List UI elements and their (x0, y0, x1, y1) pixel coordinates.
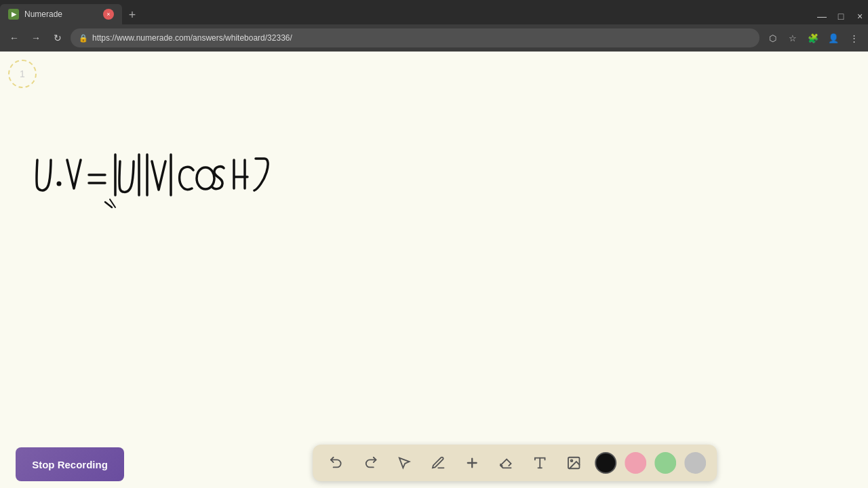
profile-icon[interactable]: 👤 (825, 29, 842, 47)
url-text: https://www.numerade.com/answers/whitebo… (92, 33, 751, 43)
bookmark-icon[interactable]: ☆ (784, 29, 802, 47)
svg-point-7 (197, 167, 214, 189)
maximize-button[interactable]: □ (833, 8, 849, 24)
eraser-tool-button[interactable] (493, 450, 519, 476)
tab-close-button[interactable]: × (103, 9, 114, 20)
add-button[interactable] (459, 450, 485, 476)
formula-container (17, 140, 302, 224)
cast-icon[interactable]: ⬡ (764, 29, 781, 47)
close-button[interactable]: × (852, 8, 868, 24)
browser-frame: ▶ Numerade × + — □ × ← → ↻ 🔒 https://www… (0, 0, 868, 488)
extensions-icon[interactable]: 🧩 (804, 29, 822, 47)
svg-point-13 (571, 460, 573, 462)
minimize-button[interactable]: — (814, 8, 830, 24)
back-button[interactable]: ← (5, 29, 23, 47)
whiteboard-canvas[interactable] (0, 52, 868, 488)
color-green[interactable] (654, 452, 676, 474)
browser-actions: ⬡ ☆ 🧩 👤 ⋮ (764, 29, 863, 47)
tab-favicon: ▶ (8, 9, 19, 20)
active-tab[interactable]: ▶ Numerade × (0, 4, 122, 24)
formula-svg (17, 140, 302, 221)
pen-tool-button[interactable] (425, 450, 451, 476)
image-tool-button[interactable] (561, 450, 587, 476)
color-black[interactable] (595, 452, 616, 474)
window-controls: — □ × (814, 8, 868, 24)
new-tab-button[interactable]: + (122, 5, 142, 24)
bottom-toolbar (313, 445, 717, 481)
redo-button[interactable] (357, 450, 383, 476)
url-bar[interactable]: 🔒 https://www.numerade.com/answers/white… (71, 28, 760, 47)
stop-recording-button[interactable]: Stop Recording (16, 447, 124, 481)
lock-icon: 🔒 (79, 34, 88, 43)
undo-button[interactable] (323, 450, 349, 476)
page-content: 1 (0, 52, 868, 488)
select-tool-button[interactable] (391, 450, 417, 476)
menu-icon[interactable]: ⋮ (845, 29, 863, 47)
tab-title: Numerade (24, 9, 98, 19)
color-gray[interactable] (684, 452, 706, 474)
svg-point-0 (57, 182, 62, 186)
text-tool-button[interactable] (527, 450, 553, 476)
address-bar: ← → ↻ 🔒 https://www.numerade.com/answers… (0, 24, 868, 52)
reload-button[interactable]: ↻ (49, 29, 66, 47)
tab-bar: ▶ Numerade × + — □ × (0, 0, 868, 24)
forward-button[interactable]: → (27, 29, 45, 47)
color-pink[interactable] (625, 452, 646, 474)
